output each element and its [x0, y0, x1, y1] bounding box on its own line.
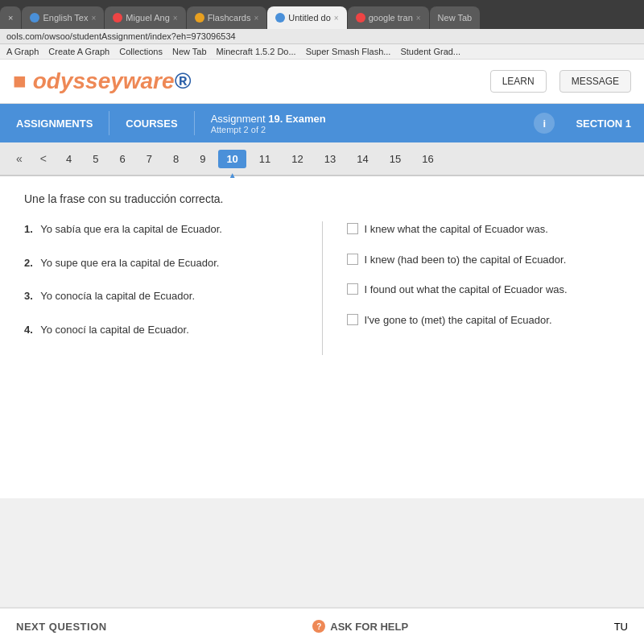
match-text-4: Yo conocí la capital de Ecuador.: [40, 324, 189, 336]
nav-section: SECTION 1: [563, 118, 644, 130]
tab-flashcards[interactable]: Flashcards ×: [187, 6, 267, 29]
answer-checkbox-4[interactable]: [347, 314, 358, 325]
match-item-3: 3. Yo conocía la capital de Ecuador.: [24, 288, 298, 304]
matching-divider: [322, 221, 323, 355]
tab-untitled-icon: [275, 13, 285, 23]
pagination-bar: « < 4 5 6 7 8 9 10 11 12 13 14 15 16: [0, 142, 644, 176]
match-num-2: 2.: [24, 257, 33, 269]
tab-flashcards-label: Flashcards: [208, 13, 251, 23]
page-first-button[interactable]: «: [10, 149, 29, 168]
tab-english-label: English Tex: [43, 13, 88, 23]
address-bar[interactable]: ools.com/owsoo/studentAssignment/index?e…: [0, 29, 644, 44]
tab-google-icon: [356, 13, 365, 23]
tab-bar: × English Tex × Miguel Ang × Flashcards …: [0, 0, 644, 29]
page-10[interactable]: 10: [218, 150, 246, 168]
match-item-2: 2. Yo supe que era la capital de Ecuador…: [24, 255, 298, 271]
tab-untitled-close[interactable]: ×: [334, 14, 339, 23]
bottom-bar: NEXT QUESTION ? ASK FOR HELP TU: [0, 607, 644, 644]
tab-english-close[interactable]: ×: [92, 14, 97, 23]
tab-newtab[interactable]: New Tab: [430, 6, 481, 29]
app-logo: ■ odysseyware®: [13, 68, 191, 94]
match-num-1: 1.: [24, 223, 33, 235]
page-6[interactable]: 6: [111, 150, 133, 168]
logo-text: ■: [13, 68, 27, 93]
browser-chrome: × English Tex × Miguel Ang × Flashcards …: [0, 0, 644, 60]
page-4[interactable]: 4: [58, 150, 80, 168]
tab-x-icon: ×: [8, 13, 13, 23]
answer-checkbox-2[interactable]: [347, 254, 358, 265]
content-area: Une la frase con su traducción correcta.…: [0, 176, 644, 498]
match-text-2: Yo supe que era la capital de Ecuador.: [40, 257, 219, 269]
nav-info-button[interactable]: i: [534, 113, 555, 134]
answer-item-2: I knew (had been to) the capital of Ecua…: [347, 252, 621, 268]
tab-english-icon: [30, 13, 39, 23]
tab-google[interactable]: google tran ×: [348, 6, 429, 29]
tab-newtab-label: New Tab: [438, 13, 473, 23]
page-9[interactable]: 9: [192, 150, 213, 168]
nav-courses[interactable]: COURSES: [109, 104, 193, 142]
tab-miguel-label: Miguel Ang: [126, 13, 169, 23]
match-item-1: 1. Yo sabía que era la capital de Ecuado…: [24, 221, 298, 237]
tab-miguel-icon: [113, 13, 122, 23]
page-16[interactable]: 16: [414, 150, 441, 168]
answer-checkbox-1[interactable]: [347, 223, 358, 234]
tab-close[interactable]: ×: [0, 6, 21, 29]
page-11[interactable]: 11: [251, 150, 279, 168]
address-text: ools.com/owsoo/studentAssignment/index?e…: [6, 31, 236, 41]
page-prev-button[interactable]: <: [34, 149, 53, 168]
ask-help-label: ASK FOR HELP: [330, 621, 408, 633]
nav-attempt: Attempt 2 of 2: [211, 125, 326, 134]
tab-miguel[interactable]: Miguel Ang ×: [105, 6, 185, 29]
matching-container: 1. Yo sabía que era la capital de Ecuado…: [24, 221, 620, 355]
tab-miguel-close[interactable]: ×: [173, 14, 178, 23]
tab-untitled[interactable]: Untitled do ×: [267, 6, 346, 29]
page-5[interactable]: 5: [85, 150, 106, 168]
bookmarks-bar: A Graph Create A Graph Collections New T…: [0, 44, 644, 60]
match-item-4: 4. Yo conocí la capital de Ecuador.: [24, 322, 298, 338]
app-page: ■ odysseyware® LEARN MESSAGE ASSIGNMENTS…: [0, 60, 644, 498]
nav-assignment-sub: 19. Examen: [268, 113, 326, 125]
matching-left: 1. Yo sabía que era la capital de Ecuado…: [24, 221, 298, 355]
bookmark-creategraph[interactable]: Create A Graph: [48, 47, 109, 56]
nav-assignment-info: Assignment 19. Examen Attempt 2 of 2: [195, 113, 342, 134]
learn-button[interactable]: LEARN: [490, 70, 547, 93]
help-icon: ?: [312, 620, 325, 633]
logo-name: odysseyware: [33, 68, 175, 93]
answer-item-3: I found out what the capital of Ecuador …: [347, 282, 621, 298]
page-8[interactable]: 8: [165, 150, 187, 168]
ask-for-help-button[interactable]: ? ASK FOR HELP: [312, 620, 408, 633]
answer-text-3: I found out what the capital of Ecuador …: [365, 282, 568, 298]
tab-english[interactable]: English Tex ×: [22, 6, 104, 29]
nav-bar: ASSIGNMENTS COURSES Assignment 19. Exame…: [0, 104, 644, 142]
nav-assignment-name: Assignment: [211, 113, 266, 125]
page-14[interactable]: 14: [349, 150, 376, 168]
nav-assignments[interactable]: ASSIGNMENTS: [0, 104, 109, 142]
answer-text-2: I knew (had been to) the capital of Ecua…: [365, 252, 567, 268]
next-question-button[interactable]: NEXT QUESTION: [16, 621, 107, 633]
app-header: ■ odysseyware® LEARN MESSAGE: [0, 60, 644, 104]
answer-checkbox-3[interactable]: [347, 283, 358, 295]
bookmark-studentgrade[interactable]: Student Grad...: [400, 47, 460, 56]
tu-label: TU: [614, 621, 628, 633]
page-12[interactable]: 12: [283, 150, 311, 168]
match-num-4: 4.: [24, 324, 33, 336]
bookmark-collections[interactable]: Collections: [119, 47, 163, 56]
tab-flashcards-icon: [195, 13, 204, 23]
tab-google-close[interactable]: ×: [416, 14, 421, 23]
matching-right: I knew what the capital of Ecuador was. …: [347, 221, 621, 355]
match-text-3: Yo conocía la capital de Ecuador.: [40, 290, 195, 302]
match-num-3: 3.: [24, 290, 33, 302]
tab-flashcards-close[interactable]: ×: [254, 14, 258, 23]
page-15[interactable]: 15: [382, 150, 409, 168]
bookmark-newtab[interactable]: New Tab: [172, 47, 207, 56]
answer-item-4: I've gone to (met) the capital of Ecuado…: [347, 312, 621, 328]
bookmark-smash[interactable]: Super Smash Flash...: [306, 47, 391, 56]
answer-text-1: I knew what the capital of Ecuador was.: [365, 221, 548, 237]
page-7[interactable]: 7: [138, 150, 160, 168]
bookmark-minecraft[interactable]: Minecraft 1.5.2 Do...: [217, 47, 296, 56]
page-13[interactable]: 13: [316, 150, 344, 168]
tab-untitled-label: Untitled do: [288, 13, 331, 23]
answer-text-4: I've gone to (met) the capital of Ecuado…: [365, 312, 552, 328]
bookmark-agraph[interactable]: A Graph: [6, 47, 39, 56]
message-button[interactable]: MESSAGE: [559, 70, 631, 93]
